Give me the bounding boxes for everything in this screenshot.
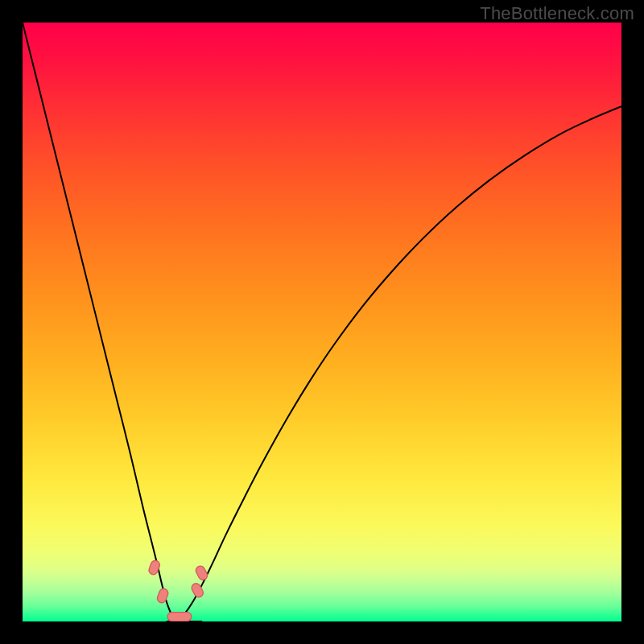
marker-bottom — [167, 613, 192, 621]
plot-svg — [23, 23, 621, 621]
gradient-bg — [23, 23, 621, 621]
chart-stage: TheBottleneck.com — [0, 0, 644, 644]
watermark-text: TheBottleneck.com — [480, 3, 634, 24]
plot-region — [23, 23, 621, 621]
